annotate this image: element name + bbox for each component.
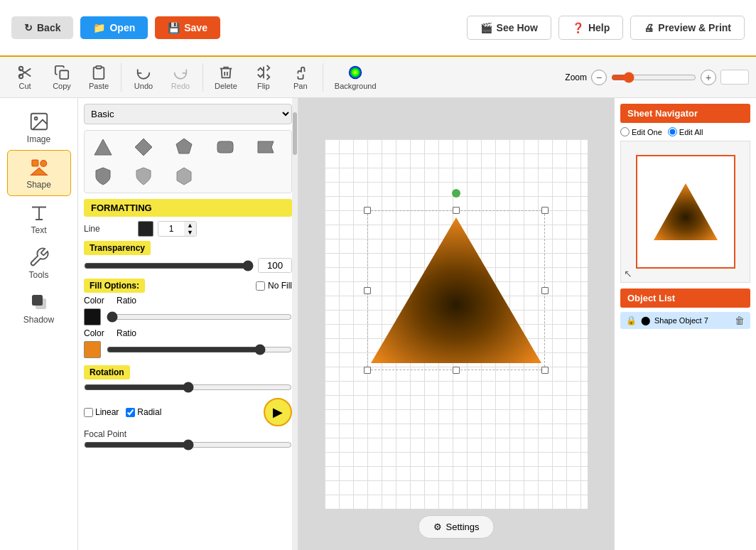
svg-point-6 (34, 117, 37, 120)
svg-rect-7 (32, 160, 38, 166)
sidebar-item-tools[interactable]: Tools (7, 241, 71, 286)
cut-button[interactable]: Cut (7, 61, 43, 94)
zoom-label: Zoom (565, 72, 587, 82)
sidebar-item-image[interactable]: Image (7, 105, 71, 150)
zoom-in-button[interactable]: + (701, 70, 716, 85)
background-button[interactable]: Background (328, 61, 384, 94)
object-shape-icon: ⬤ (641, 316, 650, 325)
zoom-value-input[interactable]: 33 (720, 70, 749, 85)
focal-point-section: Focal Point (84, 429, 292, 453)
save-button[interactable]: 💾 Save (155, 16, 220, 39)
transparency-section: Transparency 100 (84, 241, 292, 273)
shape-type-select[interactable]: Basic (84, 104, 292, 124)
video-icon: 🎬 (480, 22, 492, 33)
sidebar-item-text[interactable]: Text (7, 196, 71, 241)
canvas[interactable] (325, 139, 588, 509)
rotation-section: Rotation (84, 361, 292, 395)
back-button[interactable]: ↻ Back (11, 16, 73, 39)
transparency-slider[interactable] (84, 260, 254, 271)
line-width-spinner: 1 ▲ ▼ (158, 221, 197, 237)
object-lock-icon: 🔒 (626, 316, 637, 325)
line-width-down[interactable]: ▼ (184, 229, 196, 236)
delete-button[interactable]: Delete (207, 61, 244, 94)
line-label: Line (84, 224, 134, 234)
rotation-handle[interactable] (452, 189, 460, 198)
ratio-label-1: Ratio (117, 296, 138, 306)
shape-rounded-rect[interactable] (210, 134, 241, 161)
object-list-item[interactable]: 🔒 ⬤ Shape Object 7 🗑 (620, 312, 750, 329)
shape-diamond[interactable] (128, 134, 159, 161)
undo-button[interactable]: Undo (126, 61, 161, 94)
sidebar-item-shape[interactable]: Shape (7, 150, 71, 196)
line-color-picker[interactable] (138, 221, 153, 237)
preview-print-button[interactable]: 🖨 Preview & Print (630, 16, 745, 40)
shape-shield[interactable] (87, 163, 119, 190)
separator (323, 63, 323, 92)
separator (121, 63, 122, 92)
see-how-button[interactable]: 🎬 See How (467, 16, 551, 40)
color-swatch-1[interactable] (84, 308, 101, 325)
topbar-right: 🎬 See How ❓ Help 🖨 Preview & Print (467, 16, 745, 40)
line-width-input[interactable]: 1 (158, 222, 184, 235)
open-button[interactable]: 📁 Open (80, 16, 148, 39)
canvas-area[interactable]: ⚙ Settings (298, 98, 614, 550)
radial-checkbox[interactable] (126, 408, 135, 417)
svg-rect-11 (32, 295, 43, 306)
fill-options-section: Fill Options: No Fill Color Ratio Color … (84, 279, 292, 358)
shape-grid (84, 130, 292, 193)
line-width-up[interactable]: ▲ (184, 222, 196, 229)
open-icon: 📁 (93, 22, 105, 33)
zoom-out-button[interactable]: − (591, 70, 607, 85)
sidebar-item-shadow[interactable]: Shadow (7, 286, 71, 330)
linear-radial-row: Linear Radial ▶ (84, 398, 292, 426)
help-button[interactable]: ❓ Help (558, 16, 623, 40)
edit-all-radio[interactable] (668, 127, 677, 136)
svg-marker-17 (371, 217, 541, 363)
svg-marker-16 (177, 168, 191, 185)
svg-point-4 (349, 65, 362, 78)
ratio-label-2: Ratio (117, 328, 138, 338)
fill-options-header-row: Fill Options: No Fill (84, 279, 292, 293)
no-fill-checkbox[interactable] (256, 281, 265, 291)
edit-all-option: Edit All (668, 127, 703, 136)
shape-hexagon[interactable] (168, 163, 200, 190)
shape-banner[interactable] (250, 134, 281, 161)
settings-button[interactable]: ⚙ Settings (418, 515, 495, 539)
expand-icon[interactable]: ↖ (624, 268, 632, 279)
zoom-slider[interactable] (611, 72, 696, 83)
line-row: Line 1 ▲ ▼ (84, 221, 292, 237)
redo-button[interactable]: Redo (163, 61, 198, 94)
right-panel: Sheet Navigator Edit One Edit All (614, 98, 756, 550)
shape-pentagon[interactable] (168, 134, 200, 161)
color-swatch-2[interactable] (84, 341, 101, 358)
panel-scrollbar[interactable] (292, 98, 298, 550)
edit-one-radio[interactable] (620, 127, 630, 136)
rotation-slider[interactable] (84, 382, 292, 393)
linear-option: Linear (84, 407, 119, 417)
sheet-navigator-header: Sheet Navigator (620, 104, 750, 123)
paste-button[interactable]: Paste (81, 61, 117, 94)
shape-shield2[interactable] (128, 163, 159, 190)
save-icon: 💾 (168, 22, 180, 33)
transparency-input[interactable]: 100 (258, 258, 292, 273)
copy-button[interactable]: Copy (44, 61, 80, 94)
shape-triangle[interactable] (87, 134, 119, 161)
object-list-header: Object List (620, 289, 750, 308)
pan-button[interactable]: Pan (283, 61, 318, 94)
ratio-slider-1[interactable] (107, 311, 292, 323)
ratio-slider-2[interactable] (107, 344, 292, 355)
transparency-row: 100 (84, 258, 292, 273)
radial-option: Radial (126, 407, 161, 417)
fill-color-row-1: Color Ratio (84, 296, 292, 306)
flip-button[interactable]: Flip (246, 61, 281, 94)
fill-color-row-2: Color Ratio (84, 328, 292, 338)
settings-icon: ⚙ (433, 522, 442, 532)
linear-checkbox[interactable] (84, 408, 93, 417)
shape-svg (367, 210, 545, 370)
shape-container[interactable] (367, 210, 545, 370)
focal-point-slider[interactable] (84, 439, 292, 451)
help-icon: ❓ (572, 22, 584, 33)
no-fill-label: No Fill (268, 281, 292, 291)
object-delete-icon[interactable]: 🗑 (735, 315, 745, 326)
svg-point-8 (40, 161, 46, 167)
